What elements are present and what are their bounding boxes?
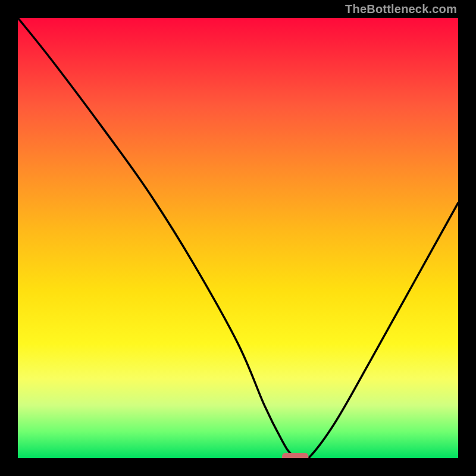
curve-svg — [18, 18, 458, 458]
optimum-marker — [282, 453, 308, 458]
bottleneck-curve-path — [18, 18, 458, 458]
chart-frame: TheBottleneck.com — [0, 0, 476, 476]
watermark-text: TheBottleneck.com — [345, 2, 457, 16]
plot-area — [18, 18, 458, 458]
